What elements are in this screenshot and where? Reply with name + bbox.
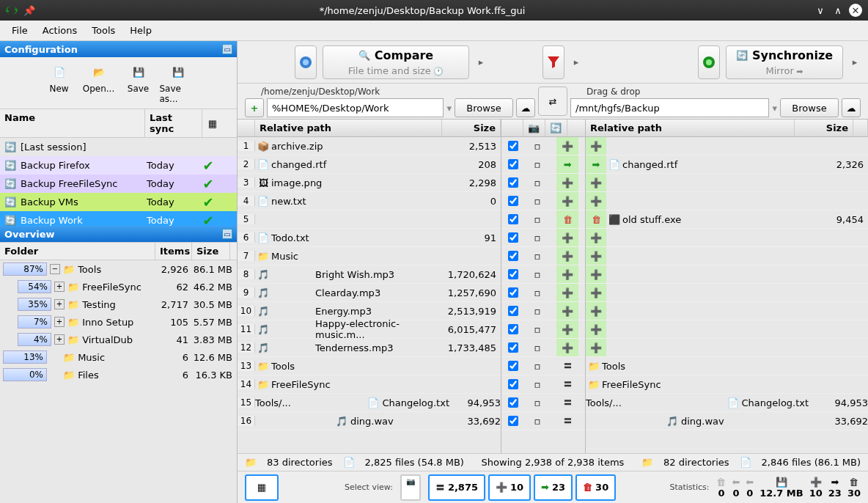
action-row[interactable]: ▫➕ (501, 302, 585, 320)
overview-close-icon[interactable]: ▭ (222, 229, 232, 239)
browse-left-button[interactable]: Browse (455, 98, 513, 117)
add-pair-button[interactable]: + (245, 98, 264, 117)
overview-row[interactable]: 0%📁 Files616.3 KB (0, 366, 237, 383)
action-row[interactable]: ▫➕ (501, 137, 585, 155)
row-checkbox[interactable] (508, 196, 518, 206)
col-items[interactable]: Items (155, 243, 192, 260)
grid-row[interactable]: 5 (238, 210, 501, 229)
config-row[interactable]: 🔄[Last session] (0, 138, 237, 156)
grid-row[interactable]: 📁Tools (586, 357, 868, 375)
view-filter-button[interactable]: 🗑30 (575, 474, 616, 501)
overview-row[interactable]: 87%−📁 Tools2,92686.1 MB (0, 260, 237, 278)
row-checkbox[interactable] (508, 361, 518, 371)
saveas-button[interactable]: 💾Save as... (160, 62, 196, 104)
config-row[interactable]: 🔄Backup FreeFileSyncToday✔ (0, 175, 237, 193)
action-row[interactable]: ▫➕ (501, 174, 585, 192)
grid-row[interactable]: 🎵ding.wav33,692 (586, 412, 868, 430)
view-mode-button[interactable]: ▦ (245, 474, 279, 501)
row-checkbox[interactable] (508, 306, 518, 316)
grid-row[interactable]: 15Tools/...📄Changelog.txt94,953 (238, 394, 501, 412)
grid-row[interactable]: 2📄changed.rtf208 (238, 155, 501, 174)
compare-settings-button[interactable] (295, 45, 317, 79)
grid-row[interactable]: 14📁FreeFileSync (238, 375, 501, 394)
view-filter-button[interactable]: ➡23 (534, 474, 573, 501)
action-row[interactable]: ▫〓 (501, 357, 585, 375)
grid-row[interactable]: ➕ (586, 229, 868, 247)
row-checkbox[interactable] (508, 269, 518, 279)
grid-row[interactable]: ➕ (586, 265, 868, 284)
grid-row[interactable]: 4📄new.txt0 (238, 192, 501, 210)
grid-row[interactable]: ➕ (586, 137, 868, 155)
action-row[interactable]: ▫➕ (501, 284, 585, 302)
filter-button[interactable] (542, 45, 564, 79)
grid-row[interactable]: 3🖼image.png2,298 (238, 174, 501, 192)
pin-icon[interactable]: 📌 (23, 5, 35, 16)
grid-row[interactable]: ➡📄changed.rtf2,326 (586, 155, 868, 174)
grid-row[interactable]: ➕ (586, 284, 868, 302)
menu-help[interactable]: Help (122, 22, 159, 39)
path-right-input[interactable] (570, 98, 769, 117)
grid-row[interactable]: ➕ (586, 192, 868, 210)
row-checkbox[interactable] (508, 287, 518, 298)
overview-row[interactable]: 13%📁 Music612.6 MB (0, 348, 237, 366)
row-checkbox[interactable] (508, 232, 518, 243)
grid-row[interactable]: Tools/...📄Changelog.txt94,953 (586, 394, 868, 412)
browse-right-button[interactable]: Browse (780, 98, 839, 117)
grid-row[interactable]: ➕ (586, 320, 868, 339)
maximize-button[interactable]: ∧ (831, 4, 845, 17)
grid-row[interactable]: 12🎵Tenderness.mp31,733,485 (238, 339, 501, 357)
save-button[interactable]: 💾Save (120, 62, 157, 104)
cloud-right-button[interactable]: ☁ (842, 98, 861, 117)
overview-row[interactable]: 4%+📁 VirtualDub413.83 MB (0, 331, 237, 348)
select-view-camera[interactable]: 📷 (400, 474, 421, 501)
swap-button[interactable]: ⇄ (538, 87, 567, 116)
grid-row[interactable]: 6📄Todo.txt91 (238, 229, 501, 247)
col-name[interactable]: Name (0, 109, 145, 137)
col-relpath[interactable]: Relative path (586, 120, 795, 136)
sync-settings-button[interactable] (698, 45, 720, 79)
compare-menu-arrow[interactable]: ▸ (475, 45, 487, 79)
row-checkbox[interactable] (508, 342, 518, 353)
config-row[interactable]: 🔄Backup VMsToday✔ (0, 193, 237, 211)
sync-menu-arrow[interactable]: ▸ (849, 45, 861, 79)
overview-row[interactable]: 7%+📁 Inno Setup1055.57 MB (0, 313, 237, 331)
grid-row[interactable]: 13📁Tools (238, 357, 501, 375)
action-row[interactable]: ▫〓 (501, 394, 585, 412)
grid-row[interactable]: 8🎵Bright Wish.mp31,720,624 (238, 265, 501, 284)
row-checkbox[interactable] (508, 397, 518, 408)
filter-menu-arrow[interactable]: ▸ (570, 45, 582, 79)
row-checkbox[interactable] (508, 251, 518, 261)
action-row[interactable]: ▫➕ (501, 339, 585, 357)
menu-actions[interactable]: Actions (35, 22, 85, 39)
action-row[interactable]: ▫〓 (501, 412, 585, 430)
action-row[interactable]: ▫➕ (501, 192, 585, 210)
grid-row[interactable]: ➕ (586, 302, 868, 320)
config-close-icon[interactable]: ▭ (222, 44, 232, 54)
dropdown-icon[interactable]: ▾ (772, 103, 777, 114)
view-filter-button[interactable]: 〓2,875 (428, 474, 485, 501)
config-row[interactable]: 🔄Backup FirefoxToday✔ (0, 156, 237, 175)
action-row[interactable]: ▫🗑 (501, 210, 585, 229)
grid-row[interactable]: 11🎵Happy-electronic-music.m...6,015,477 (238, 320, 501, 339)
menu-tools[interactable]: Tools (84, 22, 122, 39)
col-size[interactable]: Size (442, 120, 501, 136)
menu-file[interactable]: File (4, 22, 35, 39)
path-left-input[interactable] (267, 98, 444, 117)
close-button[interactable]: ✕ (849, 4, 862, 17)
row-checkbox[interactable] (508, 324, 518, 334)
row-checkbox[interactable] (508, 141, 518, 151)
action-row[interactable]: ▫➡ (501, 155, 585, 174)
grid-row[interactable]: 9🎵Clearday.mp31,257,690 (238, 284, 501, 302)
action-row[interactable]: ▫〓 (501, 375, 585, 394)
grid-row[interactable]: 🗑⬛old stuff.exe9,454 (586, 210, 868, 229)
overview-row[interactable]: 54%+📁 FreeFileSync6246.2 MB (0, 278, 237, 295)
row-checkbox[interactable] (508, 416, 518, 426)
overview-row[interactable]: 35%+📁 Testing2,71730.5 MB (0, 295, 237, 313)
grid-row[interactable]: ➕ (586, 174, 868, 192)
col-relpath[interactable]: Relative path (255, 120, 442, 136)
dropdown-icon[interactable]: ▾ (446, 103, 452, 114)
compare-button[interactable]: 🔍Compare File time and size 🕐 (323, 45, 469, 79)
grid-row[interactable] (586, 430, 868, 449)
row-checkbox[interactable] (508, 159, 518, 169)
action-row[interactable]: ▫➕ (501, 320, 585, 339)
